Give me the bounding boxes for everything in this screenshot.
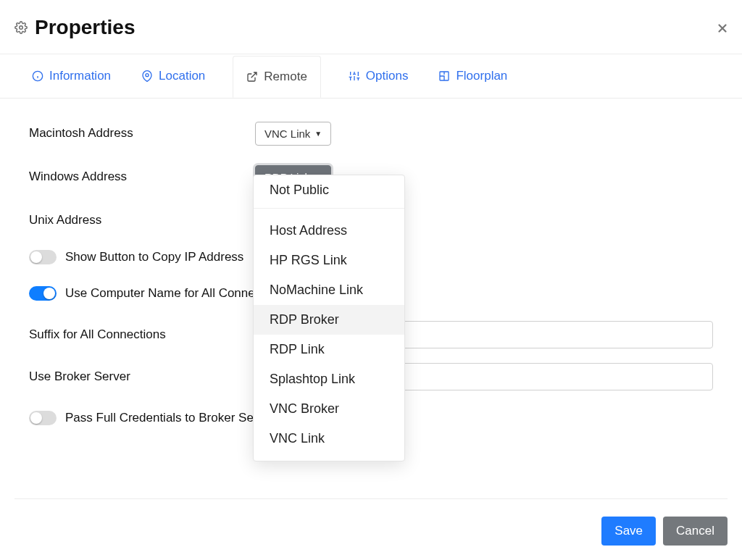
menu-item-vnc-broker[interactable]: VNC Broker xyxy=(254,394,404,424)
properties-modal: Properties Information Location Remote O… xyxy=(0,0,742,560)
tabs: Information Location Remote Options Floo… xyxy=(0,54,742,99)
tab-label: Information xyxy=(49,69,111,83)
menu-item-not-public[interactable]: Not Public xyxy=(254,175,404,205)
row-macintosh-address: Macintosh Address VNC Link ▼ xyxy=(29,114,713,152)
tab-information[interactable]: Information xyxy=(29,54,114,98)
tab-location[interactable]: Location xyxy=(138,54,208,98)
save-button[interactable]: Save xyxy=(601,517,656,546)
label-show-copy-ip: Show Button to Copy IP Address xyxy=(65,250,243,264)
tab-label: Options xyxy=(366,69,409,83)
modal-footer: Save Cancel xyxy=(601,503,728,546)
menu-item-rdp-broker[interactable]: RDP Broker xyxy=(254,305,404,335)
tab-label: Remote xyxy=(264,70,307,84)
label-suffix: Suffix for All Connections xyxy=(29,327,246,342)
tab-options[interactable]: Options xyxy=(346,54,412,98)
label-unix-address: Unix Address xyxy=(29,213,246,227)
menu-item-hp-rgs-link[interactable]: HP RGS Link xyxy=(254,246,404,275)
menu-item-vnc-link[interactable]: VNC Link xyxy=(254,424,404,454)
label-windows-address: Windows Address xyxy=(29,170,246,184)
tab-floorplan[interactable]: Floorplan xyxy=(435,54,510,98)
svg-point-2 xyxy=(146,74,149,77)
gear-icon xyxy=(14,21,28,34)
caret-down-icon: ▼ xyxy=(314,130,322,138)
modal-title-wrap: Properties xyxy=(14,16,136,39)
menu-item-host-address[interactable]: Host Address xyxy=(254,216,404,246)
macintosh-address-dropdown[interactable]: VNC Link ▼ xyxy=(255,122,331,146)
modal-title: Properties xyxy=(35,16,136,39)
menu-item-nomachine-link[interactable]: NoMachine Link xyxy=(254,275,404,305)
close-button[interactable] xyxy=(716,22,729,35)
svg-point-0 xyxy=(20,26,23,30)
tab-remote[interactable]: Remote xyxy=(233,56,321,98)
label-broker: Use Broker Server xyxy=(29,369,246,384)
dropdown-value: VNC Link xyxy=(264,128,310,140)
footer-divider xyxy=(14,498,728,499)
modal-header: Properties xyxy=(0,0,742,54)
menu-separator xyxy=(254,208,404,209)
tab-label: Floorplan xyxy=(456,69,507,83)
tab-label: Location xyxy=(159,69,205,83)
toggle-pass-credentials[interactable] xyxy=(29,411,57,425)
windows-address-dropdown-menu: Not Public Host Address HP RGS Link NoMa… xyxy=(253,175,405,461)
toggle-show-copy-ip[interactable] xyxy=(29,250,57,264)
toggle-use-computer-name[interactable] xyxy=(29,286,57,301)
tab-body-remote: Macintosh Address VNC Link ▼ Windows Add… xyxy=(0,99,742,436)
label-macintosh-address: Macintosh Address xyxy=(29,126,246,141)
cancel-button[interactable]: Cancel xyxy=(663,517,728,546)
menu-item-splashtop-link[interactable]: Splashtop Link xyxy=(254,364,404,394)
menu-item-rdp-link[interactable]: RDP Link xyxy=(254,335,404,364)
